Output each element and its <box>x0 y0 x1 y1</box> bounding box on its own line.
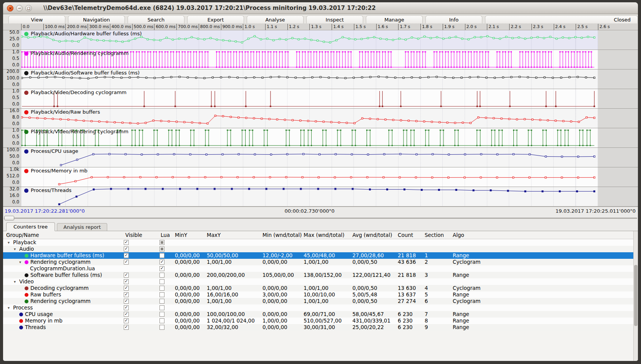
maximize-button[interactable]: ◻ <box>25 5 32 12</box>
minimize-button[interactable]: − <box>16 5 23 12</box>
table-row-hardware-buffer-fulless-ms-[interactable]: Hardware buffer fulless (ms)✓0,00/0,0050… <box>3 252 638 259</box>
lua-checkbox[interactable] <box>159 253 164 258</box>
track-plot[interactable]: Process/CPU usage <box>21 148 598 167</box>
counter-color-dot <box>25 299 28 303</box>
menu-tab-inspect[interactable]: Inspect <box>306 15 363 23</box>
table-row-decoding-cyclogramm[interactable]: Decoding cyclogramm✓0,00/0,001,00/1,000,… <box>3 285 638 291</box>
table-row-cyclogrammduration-lua[interactable]: CyclogrammDuration.lua✓ <box>3 265 638 272</box>
count-value: 21 818 <box>398 272 416 278</box>
visible-checkbox[interactable]: ✓ <box>124 279 129 284</box>
visible-checkbox[interactable]: ✓ <box>124 273 129 278</box>
lua-checkbox[interactable] <box>159 240 164 245</box>
count-value: 43 636 <box>398 259 416 265</box>
visible-checkbox[interactable]: ✓ <box>124 247 129 251</box>
column-header-avg-wnd-total-[interactable]: Avg (wnd/total) <box>352 232 392 238</box>
lua-checkbox[interactable]: ✓ <box>159 260 164 265</box>
time-tick: 500.0 ms <box>132 24 153 30</box>
table-row-video[interactable]: ▾Video✓ <box>3 278 638 285</box>
close-button[interactable]: × <box>7 5 13 12</box>
tab-counters-tree[interactable]: Counters tree <box>6 222 55 231</box>
menu-tab-export[interactable]: Export <box>187 15 244 23</box>
column-header-miny[interactable]: MinY <box>175 232 187 238</box>
lua-checkbox[interactable] <box>159 273 164 278</box>
table-row-audio[interactable]: ▾Audio✓ <box>3 246 638 252</box>
expander-icon[interactable]: ▾ <box>8 239 13 246</box>
table-row-memory-in-mb[interactable]: Memory in mb✓0,00/0,001 024,00/1 024,001… <box>3 318 638 324</box>
lua-checkbox[interactable] <box>159 318 164 323</box>
lua-checkbox[interactable] <box>159 279 164 284</box>
column-header-lua[interactable]: Lua <box>161 232 170 238</box>
track-plot[interactable]: Playback/Video/Rendering cyclogramm <box>21 128 598 147</box>
maxY-value: 1,00/1,00 <box>207 285 232 291</box>
visible-checkbox[interactable]: ✓ <box>124 305 129 310</box>
section-value: 3 <box>425 272 428 278</box>
expander-icon[interactable]: ▾ <box>19 259 25 265</box>
lua-checkbox[interactable] <box>159 325 164 330</box>
track-plot[interactable]: Playback/Audio/Software buffer fulless (… <box>21 69 598 89</box>
column-header-maxy[interactable]: MaxY <box>207 232 221 238</box>
lua-checkbox[interactable] <box>159 292 164 297</box>
menu-tab-closed[interactable]: Closed <box>485 15 638 23</box>
timeline-scrollbar[interactable] <box>3 215 638 221</box>
track-plot[interactable]: Playback/Video/Raw buffers <box>21 109 598 128</box>
track-plot[interactable]: Playback/Audio/Hardware buffer fulless (… <box>21 30 598 50</box>
y-axis-label: 200.0 <box>3 69 19 74</box>
counter-label: Decoding cyclogramm <box>30 285 89 291</box>
menu-tab-info[interactable]: Info <box>425 15 482 23</box>
visible-checkbox[interactable]: ✓ <box>124 253 129 258</box>
expander-icon[interactable]: ▾ <box>14 246 19 252</box>
time-tick: 900.0 ms <box>221 24 242 30</box>
menu-tab-analyse[interactable]: Analyse <box>247 15 304 23</box>
visible-checkbox[interactable]: ✓ <box>124 240 129 245</box>
menu-tab-search[interactable]: Search <box>128 15 184 23</box>
lua-checkbox[interactable] <box>159 299 164 304</box>
visible-checkbox[interactable]: ✓ <box>124 292 129 297</box>
menu-tab-navigation[interactable]: Navigation <box>68 15 125 23</box>
expander-icon[interactable]: ▾ <box>8 304 13 311</box>
column-header-visible[interactable]: Visible <box>125 232 142 238</box>
count-value: 13 637 <box>398 291 416 298</box>
lua-checkbox[interactable] <box>159 305 164 310</box>
column-header-section[interactable]: Section <box>425 232 444 238</box>
tab-bar: Counters treeAnalysis report <box>3 221 638 231</box>
visible-checkbox[interactable]: ✓ <box>124 312 129 317</box>
table-row-software-buffer-fulless-ms-[interactable]: Software buffer fulless (ms)✓0,00/0,0020… <box>3 272 638 278</box>
track-plot[interactable]: Process/Threads <box>21 187 598 206</box>
visible-checkbox[interactable]: ✓ <box>124 318 129 323</box>
table-row-rendering-cyclogramm[interactable]: Rendering cyclogramm✓0,00/0,001,00/1,000… <box>3 298 638 304</box>
lua-checkbox[interactable]: ✓ <box>159 266 164 271</box>
table-row-raw-buffers[interactable]: Raw buffers✓0,00/0,0016,00/16,003,00/0,0… <box>3 291 638 298</box>
track-plot[interactable]: Playback/Video/Decoding cyclogramm <box>21 89 598 108</box>
y-axis-label: 0.0 <box>3 121 19 126</box>
avg-value: 0,00/0,50 <box>352 259 377 265</box>
table-row-rendering-cyclogramm[interactable]: ▾Rendering cyclogramm✓✓0,00/0,001,00/1,0… <box>3 259 638 265</box>
track-plot[interactable]: Playback/Audio/Rendering cyclogramm <box>21 50 598 69</box>
visible-checkbox[interactable]: ✓ <box>124 325 129 330</box>
table-row-cpu-usage[interactable]: CPU usage✓0,00/0,00100,00/100,000,00/0,0… <box>3 311 638 318</box>
lua-checkbox[interactable] <box>159 286 164 291</box>
y-axis-label: 0.0 <box>3 200 19 205</box>
column-header-algo[interactable]: Algo <box>453 232 464 238</box>
visible-checkbox[interactable]: ✓ <box>124 299 129 304</box>
time-tick: 1.5 s <box>354 24 366 30</box>
column-header-count[interactable]: Count <box>398 232 413 238</box>
visible-checkbox[interactable]: ✓ <box>124 286 129 291</box>
lua-checkbox[interactable] <box>159 247 164 251</box>
table-scrollbar-thumb[interactable] <box>634 265 638 326</box>
column-header-min-wnd-total-[interactable]: Min (wnd/total) <box>262 232 302 238</box>
table-row-playback[interactable]: ▾Playback✓ <box>3 239 638 246</box>
scrollbar-handle[interactable] <box>4 216 14 220</box>
menu-tab-manage[interactable]: Manage <box>366 15 423 23</box>
tab-analysis-report[interactable]: Analysis report <box>57 223 107 231</box>
lua-checkbox[interactable] <box>159 312 164 317</box>
table-row-threads[interactable]: Threads✓0,00/0,0032,00/32,000,00/0,0030,… <box>3 324 638 331</box>
table-row-process[interactable]: ▾Process✓ <box>3 304 638 311</box>
table-scrollbar[interactable] <box>633 231 638 361</box>
y-axis-label: 1.0 <box>3 89 19 94</box>
column-header-max-wnd-total-[interactable]: Max (wnd/total) <box>304 232 344 238</box>
column-header-group-name[interactable]: Group/Name <box>6 232 39 238</box>
track-plot[interactable]: Process/Memory in mb <box>21 167 598 187</box>
expander-icon[interactable]: ▾ <box>14 278 19 285</box>
visible-checkbox[interactable]: ✓ <box>124 260 129 265</box>
menu-tab-view[interactable]: View <box>8 15 65 23</box>
